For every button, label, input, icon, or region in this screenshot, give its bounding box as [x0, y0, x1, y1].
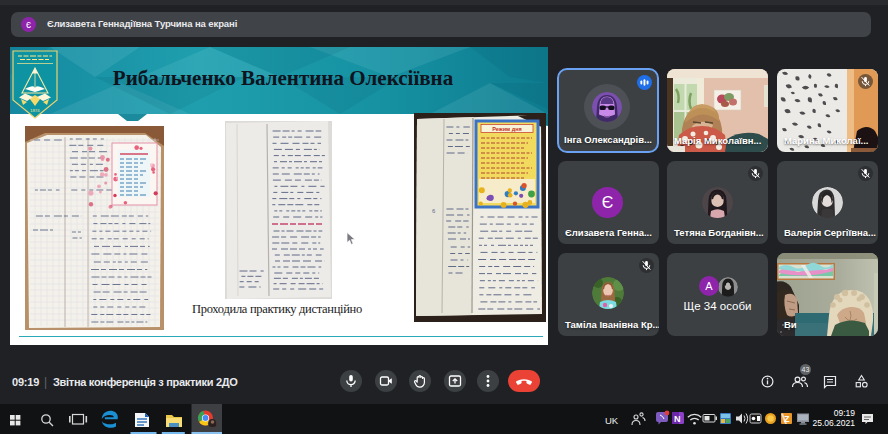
svg-text:1874: 1874 — [30, 108, 40, 113]
svg-text:Z: Z — [784, 414, 790, 424]
svg-text:N: N — [674, 414, 681, 424]
svg-text:Рибальченко Валентина Олексіїв: Рибальченко Валентина Олексіївна — [113, 66, 454, 90]
svg-text:Режим дня: Режим дня — [492, 126, 521, 132]
svg-text:UK: UK — [605, 415, 619, 426]
